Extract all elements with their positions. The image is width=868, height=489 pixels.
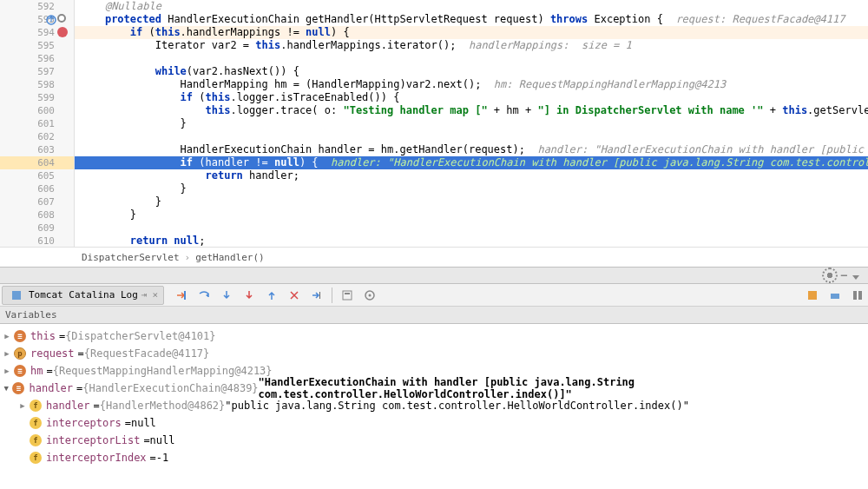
field-icon: f <box>30 434 42 446</box>
breakpoint-disabled-icon[interactable] <box>57 14 66 23</box>
line-number[interactable]: 608 <box>0 208 74 221</box>
line-number[interactable]: 603 <box>0 143 74 156</box>
line-number[interactable]: 593 <box>0 13 74 26</box>
gutter: 592 593 594 595 596 597 598 599 600 601 … <box>0 0 75 247</box>
breadcrumb-item[interactable]: getHandler() <box>195 252 264 263</box>
code-line: return handler; <box>75 169 868 182</box>
variable-row[interactable]: p request = {RequestFacade@4117} <box>2 345 866 362</box>
svg-rect-3 <box>319 292 320 299</box>
svg-rect-2 <box>184 291 186 300</box>
line-number[interactable]: 604 <box>0 156 74 169</box>
console-tab[interactable]: Tomcat Catalina Log ⇥ × <box>2 286 164 305</box>
run-to-cursor-button[interactable] <box>306 286 327 305</box>
expand-icon[interactable] <box>2 348 12 359</box>
trace-button[interactable] <box>359 286 380 305</box>
pin-icon[interactable]: ⇥ <box>141 289 148 301</box>
line-number[interactable]: 599 <box>0 91 74 104</box>
force-step-into-button[interactable] <box>239 286 260 305</box>
line-number[interactable]: 595 <box>0 39 74 52</box>
tool-icon[interactable] <box>847 286 868 305</box>
expand-icon[interactable] <box>2 366 12 376</box>
svg-rect-5 <box>345 293 350 294</box>
svg-rect-11 <box>858 291 862 300</box>
code-line <box>75 52 868 65</box>
variable-row[interactable]: f interceptorIndex = -1 <box>2 449 866 466</box>
step-over-button[interactable] <box>194 286 214 305</box>
step-out-button[interactable] <box>261 286 282 305</box>
field-icon: f <box>30 417 42 429</box>
line-number[interactable]: 607 <box>0 195 74 208</box>
code-line: } <box>75 195 868 208</box>
line-number[interactable]: 594 <box>0 26 74 39</box>
tool-icon[interactable] <box>825 286 845 305</box>
code-editor: 592 593 594 595 596 597 598 599 600 601 … <box>0 0 868 247</box>
code-line <box>75 221 868 235</box>
show-execution-point-button[interactable] <box>171 286 192 305</box>
code-line: @Nullable <box>75 0 868 13</box>
svg-point-7 <box>369 294 372 296</box>
variable-row[interactable]: f interceptorList = null <box>2 432 866 449</box>
debug-toolbar: Tomcat Catalina Log ⇥ × <box>0 284 868 307</box>
line-number[interactable]: 600 <box>0 104 74 117</box>
code-line <box>75 130 868 143</box>
line-number[interactable]: 596 <box>0 52 74 65</box>
line-number[interactable]: 601 <box>0 117 74 130</box>
variable-row[interactable]: f interceptors = null <box>2 414 866 432</box>
object-icon: ≡ <box>12 382 24 394</box>
gear-icon[interactable] <box>824 269 836 281</box>
override-icon <box>45 14 57 26</box>
field-icon: f <box>30 400 42 412</box>
tomcat-icon <box>10 288 23 302</box>
hide-icon[interactable] <box>852 275 859 280</box>
variables-panel: ≡ this = {DispatcherServlet@4101} p requ… <box>0 324 868 470</box>
expand-icon[interactable] <box>2 331 12 341</box>
evaluate-expression-button[interactable] <box>337 286 358 305</box>
object-icon: ≡ <box>14 365 26 377</box>
variable-row[interactable]: ≡ handler = {HandlerExecutionChain@4839}… <box>2 380 866 397</box>
line-number[interactable]: 609 <box>0 221 74 235</box>
svg-rect-9 <box>831 294 839 299</box>
line-number[interactable]: 602 <box>0 130 74 143</box>
line-number[interactable]: 592 <box>0 0 74 13</box>
code-line: while(var2.hasNext()) { <box>75 65 868 78</box>
param-icon: p <box>14 347 26 360</box>
breadcrumb: DispatcherServlet › getHandler() <box>0 247 868 267</box>
code-content[interactable]: @Nullable protected HandlerExecutionChai… <box>75 0 868 247</box>
variable-row[interactable]: ≡ this = {DispatcherServlet@4101} <box>2 327 866 345</box>
breadcrumb-item[interactable]: DispatcherServlet <box>82 252 180 263</box>
code-line: } <box>75 208 868 221</box>
drop-frame-button[interactable] <box>284 286 305 305</box>
variables-header: Variables <box>0 307 868 324</box>
panel-toolbar: — <box>0 267 868 284</box>
minus-icon[interactable]: — <box>841 269 847 281</box>
collapse-icon[interactable] <box>2 383 10 393</box>
code-line: return null; <box>75 235 868 247</box>
code-line: Iterator var2 = this.handlerMappings.ite… <box>75 39 868 52</box>
tool-icon[interactable] <box>802 286 823 305</box>
breadcrumb-separator-icon: › <box>185 252 191 263</box>
separator <box>332 287 332 303</box>
expand-icon[interactable] <box>17 400 28 411</box>
line-number[interactable]: 606 <box>0 182 74 195</box>
code-line: } <box>75 182 868 195</box>
breakpoint-icon[interactable] <box>57 27 68 37</box>
code-line: this.logger.trace( o: "Testing handler m… <box>75 104 868 117</box>
svg-rect-10 <box>853 291 857 300</box>
object-icon: ≡ <box>14 330 26 342</box>
line-number[interactable]: 605 <box>0 169 74 182</box>
svg-rect-1 <box>12 291 21 300</box>
code-line: if (this.handlerMappings != null) { <box>75 26 868 39</box>
line-number[interactable]: 598 <box>0 78 74 91</box>
line-number[interactable]: 610 <box>0 235 74 247</box>
field-icon: f <box>30 452 42 464</box>
code-line: protected HandlerExecutionChain getHandl… <box>75 13 868 26</box>
svg-rect-8 <box>808 291 817 300</box>
code-line: HandlerMapping hm = (HandlerMapping)var2… <box>75 78 868 91</box>
line-number[interactable]: 597 <box>0 65 74 78</box>
close-icon[interactable]: × <box>152 289 158 301</box>
code-line: HandlerExecutionChain handler = hm.getHa… <box>75 143 868 156</box>
execution-line: if (handler != null) { handler: "Handler… <box>75 156 868 169</box>
step-into-button[interactable] <box>216 286 237 305</box>
code-line: if (this.logger.isTraceEnabled()) { <box>75 91 868 104</box>
svg-rect-4 <box>343 291 352 300</box>
